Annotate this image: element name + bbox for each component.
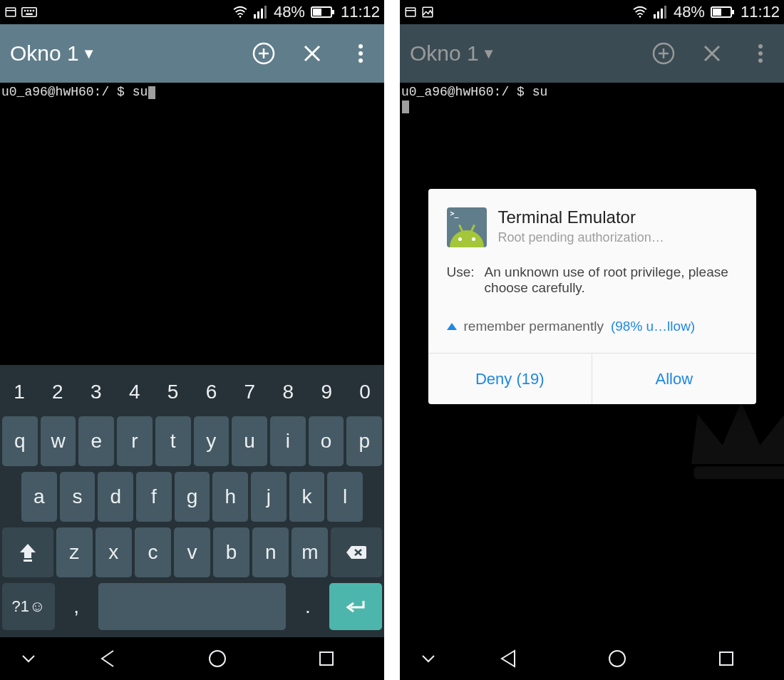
key-backspace[interactable] — [331, 527, 382, 577]
key-o[interactable]: o — [309, 416, 344, 466]
dropdown-caret-icon: ▼ — [82, 46, 96, 62]
svg-rect-29 — [406, 8, 416, 16]
key-a[interactable]: a — [21, 472, 57, 522]
svg-point-27 — [210, 651, 225, 666]
key-b[interactable]: b — [213, 527, 249, 577]
signal-icon — [254, 6, 268, 19]
key-space[interactable] — [98, 583, 287, 630]
terminal-line: u0_a96@hwH60:/ $ su — [1, 85, 148, 99]
svg-rect-0 — [6, 8, 16, 16]
svg-rect-10 — [257, 11, 259, 19]
svg-point-32 — [639, 16, 641, 18]
key-z[interactable]: z — [56, 527, 93, 577]
key-period[interactable]: . — [289, 583, 326, 630]
key-7[interactable]: 7 — [230, 371, 269, 413]
key-m[interactable]: m — [292, 527, 328, 577]
nav-home-button[interactable] — [573, 648, 661, 669]
nav-ime-toggle[interactable] — [14, 654, 43, 664]
svg-rect-51 — [720, 652, 733, 665]
tab-selector[interactable]: Okno 1 ▼ — [410, 41, 496, 66]
key-g[interactable]: g — [175, 472, 210, 522]
nav-recents-button[interactable] — [682, 649, 770, 668]
key-q[interactable]: q — [2, 416, 38, 466]
add-tab-button[interactable] — [650, 40, 677, 67]
keyboard-row-2: a s d f g h j k l — [0, 469, 384, 525]
key-symbols[interactable]: ?1☺ — [2, 583, 55, 630]
nav-home-button[interactable] — [173, 648, 261, 669]
key-y[interactable]: y — [194, 416, 229, 466]
allow-button[interactable]: Allow — [592, 354, 756, 404]
key-w[interactable]: w — [41, 416, 76, 466]
soft-keyboard: 1 2 3 4 5 6 7 8 9 0 q w e r t y u i o p … — [0, 365, 384, 637]
close-tab-button[interactable] — [698, 40, 726, 67]
key-k[interactable]: k — [289, 472, 325, 522]
key-h[interactable]: h — [212, 472, 248, 522]
key-shift[interactable] — [2, 527, 53, 577]
key-i[interactable]: i — [270, 416, 306, 466]
dropdown-caret-icon: ▼ — [482, 46, 496, 62]
terminal-output[interactable]: u0_a96@hwH60:/ $ su — [0, 83, 384, 365]
keyboard-number-row: 1 2 3 4 5 6 7 8 9 0 — [0, 371, 384, 413]
svg-point-21 — [359, 44, 363, 48]
svg-rect-14 — [313, 9, 321, 16]
nav-back-button[interactable] — [64, 648, 152, 669]
signal-icon — [654, 6, 668, 19]
key-j[interactable]: j — [251, 472, 287, 522]
key-t[interactable]: t — [155, 416, 191, 466]
overflow-menu-button[interactable] — [747, 40, 774, 67]
key-5[interactable]: 5 — [154, 371, 192, 413]
nav-back-button[interactable] — [464, 648, 552, 669]
overflow-menu-button[interactable] — [347, 40, 374, 67]
add-tab-button[interactable] — [250, 40, 277, 67]
key-s[interactable]: s — [60, 472, 96, 522]
nav-ime-toggle[interactable] — [414, 654, 443, 664]
dialog-remember-label: remember permanently — [464, 319, 604, 334]
key-u[interactable]: u — [232, 416, 267, 466]
key-c[interactable]: c — [135, 527, 171, 577]
close-tab-button[interactable] — [299, 40, 326, 67]
nav-bar — [400, 637, 784, 680]
key-0[interactable]: 0 — [346, 371, 384, 413]
key-e[interactable]: e — [78, 416, 114, 466]
status-bar: 48% 11:12 — [0, 0, 384, 24]
key-8[interactable]: 8 — [269, 371, 307, 413]
key-x[interactable]: x — [96, 527, 132, 577]
app-toolbar: Okno 1 ▼ — [0, 24, 384, 83]
key-4[interactable]: 4 — [115, 371, 154, 413]
notification-keyboard-icon — [21, 6, 37, 19]
key-comma[interactable]: , — [58, 583, 96, 630]
wifi-icon — [632, 6, 648, 19]
tab-selector[interactable]: Okno 1 ▼ — [10, 41, 96, 66]
svg-marker-49 — [502, 651, 515, 666]
svg-point-50 — [609, 651, 625, 666]
nav-recents-button[interactable] — [282, 649, 370, 668]
battery-icon — [711, 6, 735, 19]
svg-point-22 — [359, 51, 363, 56]
key-p[interactable]: p — [346, 416, 382, 466]
key-enter[interactable] — [329, 583, 382, 630]
notification-image-icon — [421, 6, 434, 19]
battery-icon — [311, 6, 335, 19]
svg-point-8 — [239, 16, 242, 18]
deny-button[interactable]: Deny (19) — [428, 354, 592, 404]
key-n[interactable]: n — [252, 527, 289, 577]
key-l[interactable]: l — [327, 472, 363, 522]
root-permission-dialog: >_ Terminal Emulator Root pending author… — [428, 189, 756, 404]
key-f[interactable]: f — [136, 472, 172, 522]
nav-bar — [0, 637, 384, 680]
key-d[interactable]: d — [98, 472, 133, 522]
key-9[interactable]: 9 — [307, 371, 346, 413]
terminal-line: u0_a96@hwH60:/ $ su — [401, 85, 547, 99]
key-v[interactable]: v — [174, 527, 210, 577]
key-6[interactable]: 6 — [192, 371, 231, 413]
key-3[interactable]: 3 — [77, 371, 115, 413]
battery-percentage: 48% — [274, 3, 305, 21]
key-r[interactable]: r — [117, 416, 153, 466]
svg-rect-39 — [732, 10, 734, 14]
svg-rect-24 — [24, 560, 32, 562]
dialog-remember-row[interactable]: remember permanently (98% u…llow) — [428, 311, 756, 353]
key-2[interactable]: 2 — [38, 371, 77, 413]
key-1[interactable]: 1 — [0, 371, 38, 413]
dialog-app-icon: >_ — [447, 207, 487, 247]
svg-rect-35 — [661, 9, 663, 19]
